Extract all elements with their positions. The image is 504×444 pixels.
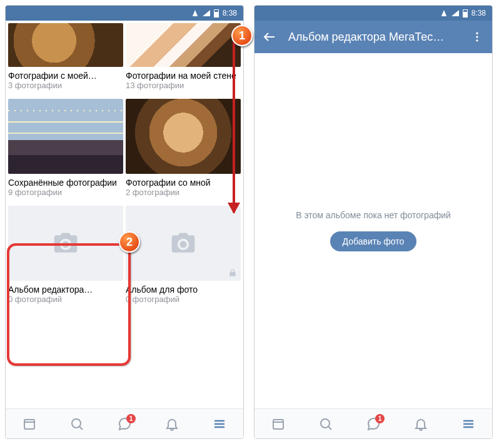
- nav-notifications[interactable]: [408, 411, 433, 436]
- nav-news[interactable]: [17, 411, 42, 436]
- signal-icon: [451, 10, 459, 16]
- annotation-callout-1: 1: [231, 25, 253, 46]
- album-title: Сохранённые фотографии: [8, 178, 123, 188]
- album-item[interactable]: Фотографии на моей стене 13 фотографии: [126, 23, 241, 96]
- album-thumbnail-empty: [8, 206, 123, 281]
- status-bar: 8:38: [255, 6, 492, 21]
- album-title: Альбом редактора…: [8, 285, 123, 295]
- nav-search[interactable]: [64, 411, 89, 436]
- empty-album-message: В этом альбоме пока нет фотографий: [296, 210, 451, 220]
- svg-rect-0: [24, 420, 34, 429]
- nav-messages[interactable]: 1: [361, 411, 386, 436]
- albums-grid: Фотографии с моей… 3 фотографии Фотограф…: [6, 21, 243, 313]
- battery-icon: [214, 9, 219, 18]
- album-title: Фотографии со мной: [126, 178, 241, 188]
- album-item[interactable]: Сохранённые фотографии 9 фотографии: [8, 99, 123, 203]
- network-icon: [192, 10, 197, 16]
- nav-menu[interactable]: [456, 411, 481, 436]
- phone-album-detail: 8:38 Альбом редактора МегаТес… В этом ал…: [254, 5, 493, 439]
- album-item[interactable]: Фотографии с моей… 3 фотографии: [8, 23, 123, 96]
- album-item[interactable]: Фотографии со мной 2 фотографии: [126, 99, 241, 203]
- svg-point-8: [476, 33, 478, 34]
- phone-albums-list: 8:38 Фотографии с моей… 3 фотографии Фот…: [5, 5, 244, 439]
- status-time: 8:38: [471, 9, 486, 18]
- status-bar: 8:38: [6, 6, 243, 21]
- add-photo-button[interactable]: Добавить фото: [330, 231, 417, 251]
- album-title: Фотографии с моей…: [8, 71, 123, 81]
- nav-menu[interactable]: [207, 411, 232, 436]
- signal-icon: [203, 10, 210, 16]
- svg-line-14: [329, 426, 332, 430]
- more-options-button[interactable]: [470, 29, 485, 44]
- album-count: 2 фотографии: [126, 188, 241, 197]
- nav-notifications[interactable]: [159, 411, 184, 436]
- album-thumbnail: [8, 23, 123, 67]
- album-item[interactable]: Альбом для фото 0 фотографий: [126, 206, 241, 310]
- album-title: Альбом для фото: [126, 285, 241, 295]
- svg-point-10: [476, 39, 478, 41]
- album-count: 9 фотографии: [8, 188, 123, 197]
- network-icon: [441, 10, 446, 16]
- empty-album-state: В этом альбоме пока нет фотографий Добав…: [255, 53, 492, 408]
- album-count: 0 фотографий: [126, 295, 241, 304]
- svg-point-13: [321, 419, 330, 428]
- nav-messages[interactable]: 1: [112, 411, 137, 436]
- album-count: 0 фотографий: [8, 295, 123, 304]
- svg-line-3: [80, 426, 83, 430]
- album-thumbnail: [126, 23, 241, 67]
- annotation-callout-2: 2: [119, 231, 140, 253]
- nav-news[interactable]: [266, 411, 291, 436]
- album-thumbnail-empty: [126, 206, 241, 281]
- status-time: 8:38: [223, 9, 237, 18]
- svg-rect-11: [273, 420, 283, 429]
- lock-icon: [228, 268, 237, 277]
- album-thumbnail: [126, 99, 241, 174]
- header-bar: Альбом редактора МегаТес…: [255, 21, 492, 53]
- camera-icon: [52, 230, 79, 257]
- svg-point-9: [476, 36, 478, 38]
- album-count: 13 фотографии: [126, 81, 241, 90]
- messages-badge: 1: [375, 414, 385, 423]
- bottom-nav: 1: [255, 408, 492, 438]
- album-count: 3 фотографии: [8, 81, 123, 90]
- svg-point-2: [72, 419, 81, 428]
- messages-badge: 1: [126, 414, 136, 423]
- albums-content: Фотографии с моей… 3 фотографии Фотограф…: [6, 21, 243, 408]
- annotation-arrow: [233, 38, 235, 213]
- back-button[interactable]: [262, 29, 277, 44]
- album-item-editor[interactable]: Альбом редактора… 0 фотографий: [8, 206, 123, 310]
- header-title: Альбом редактора МегаТес…: [288, 31, 458, 44]
- nav-search[interactable]: [313, 411, 338, 436]
- album-thumbnail: [8, 99, 123, 174]
- battery-icon: [463, 9, 468, 18]
- bottom-nav: 1: [6, 408, 243, 438]
- camera-icon: [169, 230, 197, 257]
- album-title: Фотографии на моей стене: [126, 71, 241, 81]
